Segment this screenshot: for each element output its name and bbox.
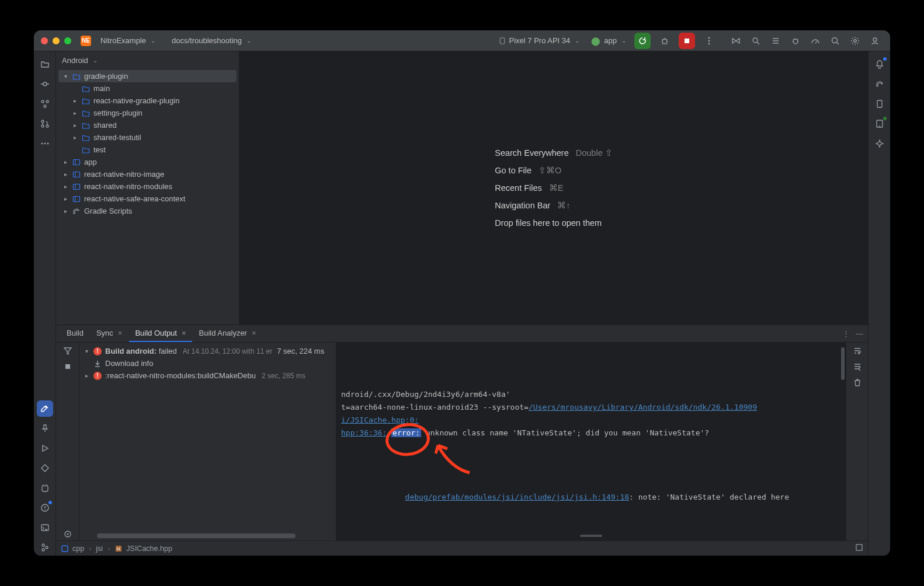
svg-point-13 [46, 100, 48, 103]
build-gutter [56, 343, 79, 540]
editor-hint: Search EverywhereDouble ⇧ [495, 148, 613, 158]
breadcrumb-item[interactable]: cpp [61, 545, 84, 553]
tree-node[interactable]: ▸react-native-nitro-modules [58, 180, 237, 193]
svg-rect-2 [685, 39, 689, 43]
minimize-window-button[interactable] [53, 37, 60, 44]
filter-button[interactable] [63, 346, 72, 357]
svg-point-7 [793, 39, 798, 44]
close-icon[interactable]: × [118, 329, 123, 337]
bug-icon [791, 36, 800, 46]
zoom-window-button[interactable] [64, 37, 71, 44]
indent-indicator-button[interactable] [855, 543, 863, 553]
panel-tab[interactable]: Sync× [91, 325, 128, 342]
pull-requests-tool-button[interactable] [37, 116, 53, 132]
svg-rect-33 [62, 546, 68, 552]
build-output-console[interactable]: ndroid/.cxx/Debug/2nd4i3y6/arm64-v8a' t=… [336, 343, 846, 540]
tree-node[interactable]: test [58, 144, 237, 156]
stop-button[interactable] [679, 33, 695, 49]
svg-point-25 [46, 546, 48, 549]
structure-tool-button[interactable] [37, 96, 53, 112]
ai-assistant-button[interactable] [871, 135, 888, 152]
profiler-button[interactable] [807, 33, 824, 49]
settings-button[interactable] [847, 33, 863, 49]
search-button[interactable] [827, 33, 843, 49]
debug-button[interactable] [656, 33, 673, 49]
panel-hide-button[interactable]: — [856, 329, 863, 338]
location-link[interactable]: hpp:36:36: [341, 428, 387, 437]
inspections-button[interactable] [748, 33, 764, 49]
tree-node[interactable]: ▸app [58, 156, 237, 168]
ellipsis-icon [40, 139, 50, 148]
tree-node[interactable]: main [58, 82, 237, 95]
panel-tab[interactable]: Build [61, 325, 89, 342]
svg-rect-28 [74, 184, 80, 189]
close-icon[interactable]: × [252, 329, 256, 337]
close-window-button[interactable] [41, 37, 48, 44]
toggle-view-button[interactable] [63, 529, 72, 540]
editor-hint: Navigation Bar⌘↑ [495, 201, 613, 210]
tasks-button[interactable] [767, 33, 784, 49]
close-icon[interactable]: × [182, 329, 186, 337]
vertical-scrollbar[interactable] [841, 347, 845, 380]
commit-tool-button[interactable] [37, 76, 53, 92]
more-actions-button[interactable] [701, 33, 717, 49]
favorites-tool-button[interactable] [37, 460, 53, 476]
build-tool-button[interactable] [37, 400, 53, 417]
run-config-selector[interactable]: ⬤ app ⌄ [589, 36, 628, 46]
path-link[interactable]: /Users/mrousavy/Library/Android/sdk/ndk/… [529, 403, 757, 411]
bell-icon [875, 60, 884, 69]
svg-point-8 [832, 37, 838, 43]
breadcrumb-item[interactable]: H JSICache.hpp [114, 545, 172, 553]
tree-node[interactable]: ▾gradle-plugin [58, 70, 237, 82]
panel-tab[interactable]: Build Analyzer× [193, 325, 262, 342]
diamond-icon [40, 463, 50, 473]
chevron-down-icon: ⌄ [93, 57, 98, 64]
breadcrumb-item[interactable]: jsi [96, 545, 103, 553]
running-devices-button[interactable] [871, 116, 888, 132]
tree-node[interactable]: ▸shared [58, 119, 237, 131]
notifications-button[interactable] [871, 56, 888, 72]
project-tool-button[interactable] [37, 56, 53, 72]
resize-handle[interactable] [580, 535, 602, 537]
tree-node[interactable]: ▸react-native-gradle-plugin [58, 95, 237, 107]
panel-options-button[interactable]: ⋮ [842, 329, 851, 338]
pr-icon [40, 119, 50, 128]
horizontal-scrollbar[interactable] [97, 533, 296, 538]
terminal-tool-button[interactable] [37, 519, 53, 536]
project-view-selector[interactable]: Android ⌄ [56, 51, 239, 69]
code-with-me-button[interactable] [728, 33, 744, 49]
location-link[interactable]: debug/prefab/modules/jsi/include/jsi/jsi… [405, 493, 630, 501]
stop-build-button[interactable] [63, 362, 72, 373]
tree-node[interactable]: ▸react-native-nitro-image [58, 168, 237, 180]
device-selector[interactable]: Pixel 7 Pro API 34 ⌄ [495, 35, 583, 46]
vcs-tool-button[interactable] [37, 539, 53, 556]
svg-rect-36 [856, 545, 862, 550]
debug-tool-button[interactable] [787, 33, 804, 49]
problems-tool-button[interactable] [37, 500, 53, 516]
svg-point-18 [41, 143, 43, 145]
vcs-branch-selector[interactable]: docs/troubleshooting ⌄ [165, 35, 255, 46]
logcat-tool-button[interactable] [37, 480, 53, 496]
svg-text:H: H [117, 546, 120, 552]
gradle-tool-button[interactable] [871, 76, 888, 92]
run-tool-button[interactable] [37, 440, 53, 456]
tree-node[interactable]: ▸shared-testutil [58, 131, 237, 144]
device-manager-button[interactable] [871, 96, 888, 112]
soft-wrap-button[interactable] [853, 346, 862, 357]
tree-node[interactable]: ▸settings-plugin [58, 107, 237, 119]
tree-node[interactable]: ▸react-native-safe-area-context [58, 193, 237, 205]
build-task-tree[interactable]: ▾ ! Build android: failed At 14.10.24, 1… [79, 343, 336, 540]
clear-button[interactable] [853, 378, 862, 389]
more-tool-button[interactable] [37, 135, 53, 152]
play-icon [40, 444, 50, 453]
pin-button[interactable] [37, 420, 53, 437]
svg-rect-37 [877, 100, 882, 107]
rerun-button[interactable] [634, 33, 651, 49]
account-button[interactable] [867, 33, 883, 49]
panel-tab[interactable]: Build Output× [129, 325, 192, 342]
project-tree[interactable]: ▾gradle-pluginmain▸react-native-gradle-p… [56, 69, 239, 325]
scroll-to-end-button[interactable] [853, 362, 862, 373]
svg-point-23 [42, 544, 44, 546]
tree-node[interactable]: ▸Gradle Scripts [58, 205, 237, 217]
project-selector[interactable]: NitroExample ⌄ [97, 35, 159, 46]
